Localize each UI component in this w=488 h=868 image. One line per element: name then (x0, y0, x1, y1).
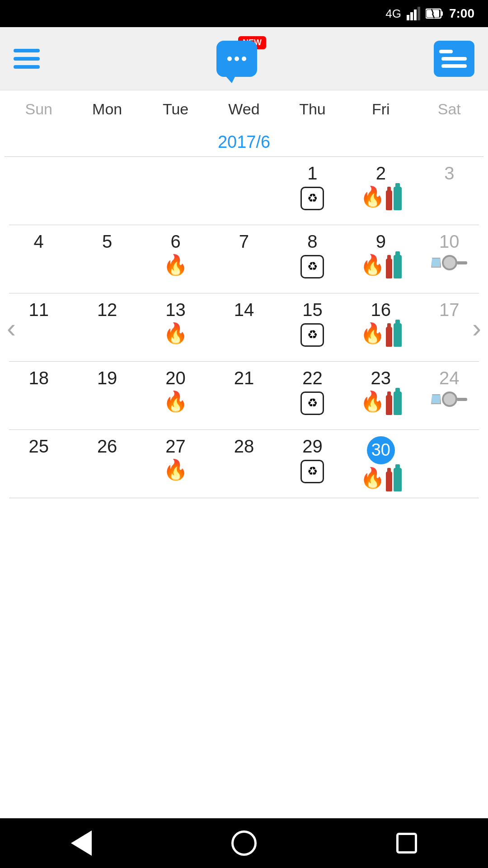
day-23[interactable]: 23 🔥 (347, 362, 415, 429)
date-number: 29 (302, 436, 323, 456)
recycle-icon: ♻ (300, 255, 324, 278)
top-bar: NEW (0, 27, 488, 90)
bottom-nav (0, 818, 488, 868)
date-number: 19 (97, 368, 117, 388)
calendar-week-2: 4 5 6 🔥 7 8 ♻ (5, 225, 483, 293)
day-15[interactable]: 15 ♻ (278, 293, 347, 361)
signal-bars-icon (407, 7, 420, 20)
date-number: 22 (302, 368, 323, 388)
day-2[interactable]: 2 🔥 (347, 157, 415, 225)
chat-button[interactable]: NEW (212, 36, 262, 81)
fire-icon: 🔥 (360, 468, 385, 491)
hamburger-menu-button[interactable] (14, 49, 40, 69)
day-1[interactable]: 1 ♻ (278, 157, 347, 225)
day-22[interactable]: 22 ♻ (278, 362, 347, 429)
day-7[interactable]: 7 (210, 225, 278, 293)
day-28[interactable]: 28 (210, 430, 278, 498)
list-button[interactable] (434, 41, 474, 77)
day-6[interactable]: 6 🔥 (141, 225, 210, 293)
day-4[interactable]: 4 (5, 225, 73, 293)
day-icons (431, 392, 467, 407)
day-29[interactable]: 29 ♻ (278, 430, 347, 498)
date-number: 3 (444, 163, 454, 183)
day-13[interactable]: 13 🔥 (141, 293, 210, 361)
day-18[interactable]: 18 (5, 362, 73, 429)
day-header-fri: Fri (347, 95, 415, 123)
date-number: 12 (97, 300, 117, 320)
fire-icon: 🔥 (163, 255, 188, 275)
date-number: 21 (234, 368, 254, 388)
date-number: 11 (28, 300, 49, 320)
calendar-week-3: 11 12 13 🔥 14 15 ♻ (5, 293, 483, 361)
day-9[interactable]: 9 🔥 (347, 225, 415, 293)
bottles-icon (386, 392, 402, 415)
day-icons: ♻ (300, 460, 324, 483)
battery-icon (426, 7, 444, 20)
day-24[interactable]: 24 (415, 362, 483, 429)
chat-bubble-icon (216, 41, 257, 77)
day-icons: ♻ (300, 187, 324, 210)
bottles-icon (386, 187, 402, 210)
day-20[interactable]: 20 🔥 (141, 362, 210, 429)
day-27[interactable]: 27 🔥 (141, 430, 210, 498)
day-header-sat: Sat (415, 95, 483, 123)
date-number: 17 (439, 300, 460, 320)
svg-text:♻: ♻ (307, 464, 318, 478)
back-button[interactable] (66, 827, 97, 859)
day-14[interactable]: 14 (210, 293, 278, 361)
day-10[interactable]: 10 (415, 225, 483, 293)
date-number: 28 (234, 436, 254, 456)
day-5[interactable]: 5 (73, 225, 141, 293)
recycle-icon: ♻ (300, 323, 324, 347)
day-header-thu: Thu (278, 95, 347, 123)
day-icons (431, 255, 467, 270)
chat-dots (227, 57, 246, 61)
svg-rect-1 (410, 12, 413, 20)
svg-rect-2 (414, 9, 417, 20)
day-19[interactable]: 19 (73, 362, 141, 429)
calendar-week-4: 18 19 20 🔥 21 22 ♻ (5, 362, 483, 429)
day-icons: 🔥 (163, 323, 188, 343)
day-8[interactable]: 8 ♻ (278, 225, 347, 293)
date-number-today: 30 (367, 436, 395, 464)
day-header-wed: Wed (210, 95, 278, 123)
day-icons: 🔥 (163, 392, 188, 411)
date-number: 27 (165, 436, 186, 456)
fire-icon: 🔥 (163, 460, 188, 480)
day-25[interactable]: 25 (5, 430, 73, 498)
home-icon (231, 830, 257, 856)
home-button[interactable] (228, 827, 260, 859)
day-21[interactable]: 21 (210, 362, 278, 429)
day-empty-2 (73, 157, 141, 225)
day-16[interactable]: 16 🔥 (347, 293, 415, 361)
week-divider-last (9, 498, 479, 498)
signal-icon: 4G (385, 7, 401, 21)
calendar-grid: 1 ♻ 2 🔥 (0, 157, 488, 498)
svg-text:♻: ♻ (307, 259, 318, 273)
bottles-icon (386, 323, 402, 347)
day-12[interactable]: 12 (73, 293, 141, 361)
day-30[interactable]: 30 🔥 (347, 430, 415, 498)
date-number: 9 (376, 231, 386, 251)
day-headers: Sun Mon Tue Wed Thu Fri Sat (0, 95, 488, 123)
fire-icon: 🔥 (360, 323, 385, 347)
date-number: 24 (439, 368, 460, 388)
status-icons: 4G 7:00 (385, 6, 474, 21)
prev-month-button[interactable]: ‹ (0, 312, 23, 343)
date-number: 4 (34, 231, 44, 251)
day-icons: 🔥 (360, 255, 402, 278)
svg-text:♻: ♻ (307, 396, 318, 410)
status-bar: 4G 7:00 (0, 0, 488, 27)
fire-icon: 🔥 (163, 392, 188, 411)
recents-button[interactable] (391, 827, 422, 859)
month-title: 2017/6 (0, 123, 488, 156)
date-number: 13 (165, 300, 186, 320)
day-3[interactable]: 3 (415, 157, 483, 225)
day-26[interactable]: 26 (73, 430, 141, 498)
back-icon (71, 830, 92, 856)
day-icons: 🔥 (163, 460, 188, 480)
recycle-icon: ♻ (300, 187, 324, 210)
date-number: 10 (439, 231, 460, 251)
next-month-button[interactable]: › (465, 312, 488, 343)
day-header-mon: Mon (73, 95, 141, 123)
